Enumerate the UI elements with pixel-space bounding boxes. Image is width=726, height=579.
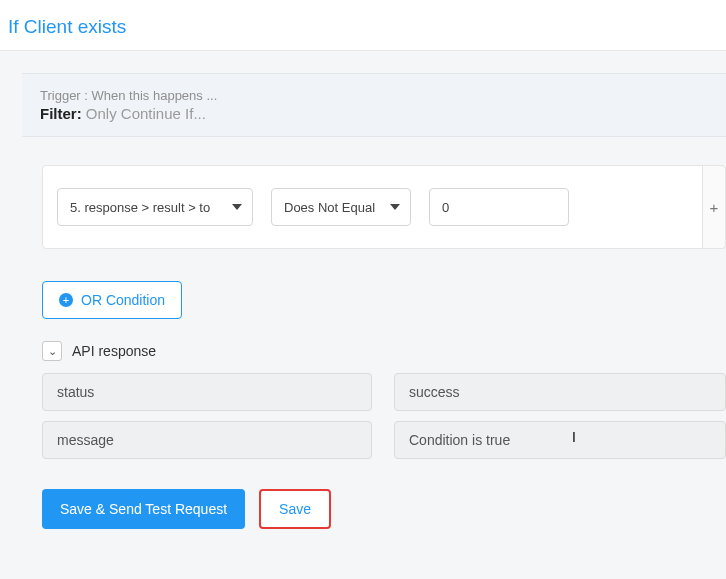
page-title: If Client exists bbox=[0, 0, 726, 51]
api-response-header: ⌄ API response bbox=[42, 341, 726, 361]
api-response-label: API response bbox=[72, 343, 156, 359]
api-key-input[interactable] bbox=[42, 421, 372, 459]
condition-operator-select[interactable]: Does Not Equal bbox=[271, 188, 411, 226]
api-value-input[interactable] bbox=[394, 421, 726, 459]
api-value-input[interactable] bbox=[394, 373, 726, 411]
trigger-caption: Trigger : When this happens ... bbox=[40, 88, 708, 103]
condition-value-input[interactable] bbox=[429, 188, 569, 226]
condition-field-value: 5. response > result > to bbox=[70, 200, 210, 215]
content-area: Trigger : When this happens ... Filter: … bbox=[0, 51, 726, 579]
trigger-header: Trigger : When this happens ... Filter: … bbox=[22, 73, 726, 137]
chevron-down-icon bbox=[390, 204, 400, 210]
filter-label: Filter: bbox=[40, 105, 82, 122]
api-key-input[interactable] bbox=[42, 373, 372, 411]
filter-line: Filter: Only Continue If... bbox=[40, 105, 708, 122]
or-condition-button[interactable]: + OR Condition bbox=[42, 281, 182, 319]
condition-operator-value: Does Not Equal bbox=[284, 200, 375, 215]
expand-toggle[interactable]: ⌄ bbox=[42, 341, 62, 361]
save-button[interactable]: Save bbox=[259, 489, 331, 529]
plus-icon: + bbox=[710, 199, 719, 216]
condition-card: 5. response > result > to Does Not Equal… bbox=[42, 165, 726, 249]
api-response-row bbox=[42, 373, 726, 411]
chevron-down-icon bbox=[232, 204, 242, 210]
or-condition-label: OR Condition bbox=[81, 292, 165, 308]
action-row: Save & Send Test Request Save bbox=[42, 489, 726, 529]
plus-circle-icon: + bbox=[59, 293, 73, 307]
add-condition-button[interactable]: + bbox=[702, 165, 726, 249]
api-response-row: I bbox=[42, 421, 726, 459]
filter-description: Only Continue If... bbox=[86, 105, 206, 122]
chevron-down-icon: ⌄ bbox=[48, 345, 57, 358]
condition-field-select[interactable]: 5. response > result > to bbox=[57, 188, 253, 226]
save-send-test-button[interactable]: Save & Send Test Request bbox=[42, 489, 245, 529]
controls-region: + OR Condition ⌄ API response I Save & S… bbox=[22, 281, 726, 529]
